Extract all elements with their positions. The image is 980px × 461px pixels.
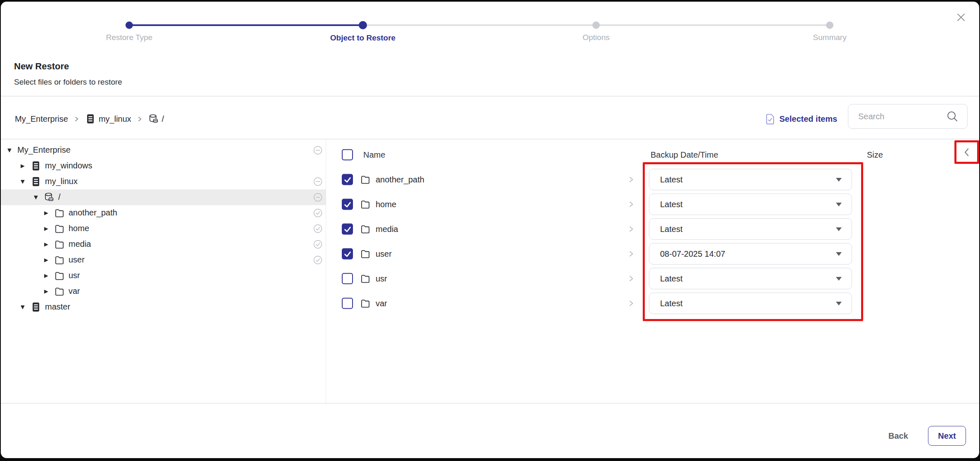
caret-down-icon xyxy=(836,252,842,256)
caret-down-icon xyxy=(836,277,842,281)
close-icon[interactable] xyxy=(952,8,970,26)
breadcrumb-label: my_linux xyxy=(99,114,131,124)
divider xyxy=(1,96,979,97)
step-label: Object to Restore xyxy=(297,33,429,43)
row-name-label: home xyxy=(376,200,396,209)
search-input[interactable] xyxy=(857,111,946,122)
backup-date-value: Latest xyxy=(660,200,682,209)
screenshot-root: { "stepper": { "steps": [ {"label": "Res… xyxy=(0,0,980,461)
breadcrumb: My_Enterprise my_linux / xyxy=(15,110,164,128)
selected-items-link[interactable]: Selected items xyxy=(765,111,837,127)
row-checkbox[interactable] xyxy=(342,248,353,260)
step-label: Summary xyxy=(764,33,896,42)
caret-down-icon xyxy=(836,227,842,231)
divider xyxy=(1,403,979,404)
step-object-to-restore: Object to Restore xyxy=(297,21,429,43)
table-row: var Latest xyxy=(1,291,979,316)
step-dot xyxy=(125,21,133,29)
search-icon xyxy=(946,110,959,123)
row-name-label: media xyxy=(376,225,398,234)
breadcrumb-item-enterprise[interactable]: My_Enterprise xyxy=(15,114,68,124)
table-row: user 08-07-2025 14:07 xyxy=(1,241,979,266)
backup-date-select[interactable]: Latest xyxy=(649,268,852,289)
column-header-size: Size xyxy=(867,150,883,160)
breadcrumb-label: My_Enterprise xyxy=(15,114,68,124)
backup-date-value: 08-07-2025 14:07 xyxy=(660,249,725,259)
row-expand-chevron-icon[interactable] xyxy=(627,300,635,307)
new-restore-dialog: Restore Type Object to Restore Options S… xyxy=(1,2,979,458)
chevron-right-icon xyxy=(137,116,143,122)
server-icon xyxy=(85,113,96,124)
row-expand-chevron-icon[interactable] xyxy=(627,275,635,282)
disk-icon xyxy=(148,113,159,124)
folder-icon xyxy=(360,174,371,185)
column-header-backup: Backup Date/Time xyxy=(651,150,718,160)
caret-down-icon xyxy=(836,302,842,305)
step-options: Options xyxy=(530,21,662,42)
backup-date-select[interactable]: Latest xyxy=(649,169,852,190)
page-subtitle: Select files or folders to restore xyxy=(14,78,122,87)
row-name-label: user xyxy=(376,249,392,259)
row-checkbox[interactable] xyxy=(342,174,353,185)
folder-icon xyxy=(360,298,371,309)
row-checkbox[interactable] xyxy=(342,273,353,284)
backup-date-select[interactable]: 08-07-2025 14:07 xyxy=(649,243,852,265)
step-summary: Summary xyxy=(764,21,896,42)
table-row: home Latest xyxy=(1,192,979,217)
step-label: Restore Type xyxy=(63,33,195,42)
select-all-checkbox[interactable] xyxy=(342,149,353,161)
document-check-icon xyxy=(765,113,775,125)
row-checkbox[interactable] xyxy=(342,224,353,235)
row-checkbox[interactable] xyxy=(342,298,353,309)
breadcrumb-item-disk[interactable]: / xyxy=(148,113,164,124)
selected-items-label: Selected items xyxy=(779,114,837,124)
caret-down-icon xyxy=(836,178,842,182)
folder-icon xyxy=(360,224,371,234)
row-name-label: var xyxy=(376,299,387,308)
step-dot xyxy=(359,21,367,29)
step-restore-type: Restore Type xyxy=(63,21,195,42)
row-expand-chevron-icon[interactable] xyxy=(627,201,635,208)
folder-icon xyxy=(360,273,371,284)
step-dot xyxy=(592,21,600,29)
folder-icon xyxy=(360,248,371,259)
breadcrumb-label: / xyxy=(162,114,164,124)
breadcrumb-item-server[interactable]: my_linux xyxy=(85,113,131,124)
back-button[interactable]: Back xyxy=(883,426,913,446)
column-header-name: Name xyxy=(363,150,385,160)
row-checkbox[interactable] xyxy=(342,199,353,210)
collapse-panel-button[interactable] xyxy=(957,143,977,162)
backup-date-value: Latest xyxy=(660,225,682,234)
caret-down-icon xyxy=(836,203,842,206)
backup-date-select[interactable]: Latest xyxy=(649,218,852,240)
step-dot xyxy=(826,21,833,29)
folder-icon xyxy=(360,199,371,210)
backup-date-value: Latest xyxy=(660,299,682,308)
table-row: usr Latest xyxy=(1,266,979,291)
file-table-rows: another_path Latest home Latest media xyxy=(1,167,979,316)
next-button[interactable]: Next xyxy=(928,426,966,446)
row-expand-chevron-icon[interactable] xyxy=(627,250,635,258)
chevron-right-icon xyxy=(73,116,80,122)
backup-date-select[interactable]: Latest xyxy=(649,194,852,215)
row-expand-chevron-icon[interactable] xyxy=(627,225,635,233)
table-header: Name Backup Date/Time Size xyxy=(1,144,979,165)
search-box xyxy=(848,104,968,129)
step-label: Options xyxy=(530,33,662,42)
page-title: New Restore xyxy=(14,61,69,72)
table-row: media Latest xyxy=(1,217,979,241)
row-name-label: another_path xyxy=(376,175,424,184)
row-name-label: usr xyxy=(376,274,387,284)
table-row: another_path Latest xyxy=(1,167,979,192)
backup-date-select[interactable]: Latest xyxy=(649,293,852,314)
backup-date-value: Latest xyxy=(660,175,682,184)
row-expand-chevron-icon[interactable] xyxy=(627,176,635,183)
backup-date-value: Latest xyxy=(660,274,682,284)
